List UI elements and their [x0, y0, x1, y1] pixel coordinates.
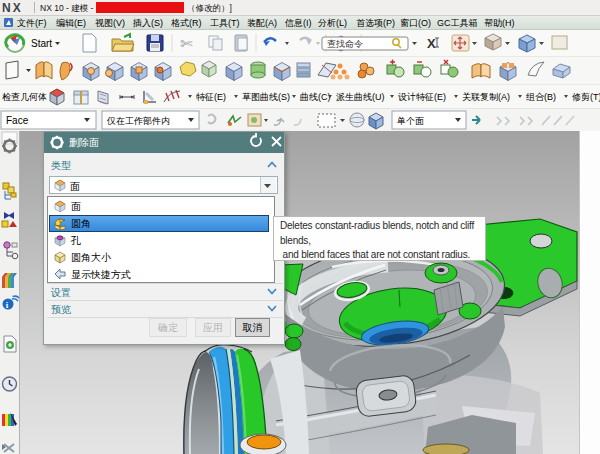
svg-text:查找命令: 查找命令 — [327, 39, 363, 49]
svg-text:Face: Face — [6, 115, 29, 126]
svg-text:X: X — [427, 36, 436, 51]
svg-text:仅在工作部件内: 仅在工作部件内 — [106, 116, 170, 126]
svg-text:派生曲线(U): 派生曲线(U) — [336, 92, 385, 102]
svg-text:草图曲线(S): 草图曲线(S) — [242, 92, 290, 102]
svg-text:曲线(C): 曲线(C) — [300, 92, 331, 102]
svg-text:单个面: 单个面 — [397, 116, 424, 126]
svg-text:✄: ✄ — [180, 35, 193, 52]
svg-text:组合(B): 组合(B) — [526, 92, 556, 102]
svg-text:特征(E): 特征(E) — [196, 92, 226, 102]
svg-text:Start: Start — [31, 38, 52, 49]
svg-text:检查几何体: 检查几何体 — [2, 92, 47, 102]
svg-text:关联复制(A): 关联复制(A) — [462, 92, 510, 102]
svg-text:修剪(T): 修剪(T) — [572, 92, 600, 102]
svg-text:设计特征(E): 设计特征(E) — [398, 92, 446, 102]
